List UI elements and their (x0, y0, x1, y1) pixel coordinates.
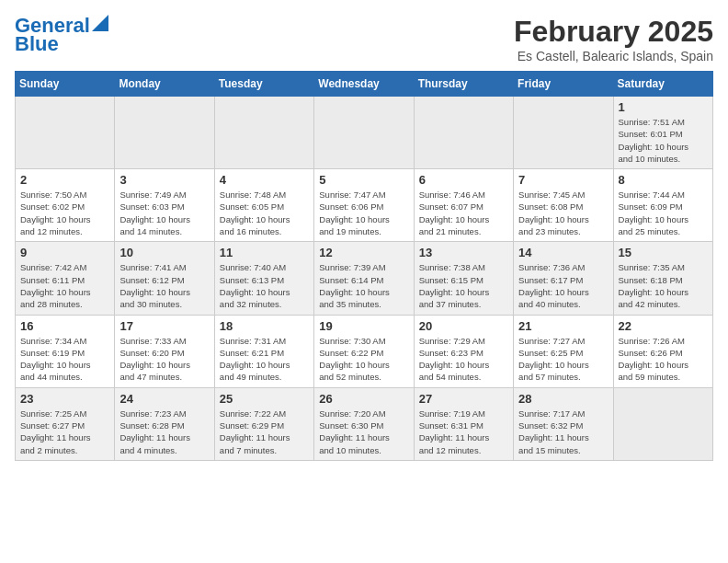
calendar-day-cell: 7Sunrise: 7:45 AM Sunset: 6:08 PM Daylig… (514, 169, 613, 242)
day-info: Sunrise: 7:25 AM Sunset: 6:27 PM Dayligh… (20, 408, 109, 456)
calendar-day-cell: 9Sunrise: 7:42 AM Sunset: 6:11 PM Daylig… (16, 242, 115, 315)
day-number: 2 (20, 173, 109, 187)
day-number: 7 (518, 173, 608, 187)
calendar-week-row: 16Sunrise: 7:34 AM Sunset: 6:19 PM Dayli… (16, 315, 713, 387)
calendar-day-cell: 1Sunrise: 7:51 AM Sunset: 6:01 PM Daylig… (613, 97, 712, 169)
day-info: Sunrise: 7:41 AM Sunset: 6:12 PM Dayligh… (119, 261, 209, 310)
day-number: 15 (619, 246, 708, 259)
calendar-day-cell: 22Sunrise: 7:26 AM Sunset: 6:26 PM Dayli… (613, 315, 712, 387)
day-number: 9 (20, 246, 109, 259)
calendar-day-cell: 4Sunrise: 7:48 AM Sunset: 6:05 PM Daylig… (214, 169, 313, 242)
calendar-day-cell (613, 387, 712, 460)
calendar-day-cell: 20Sunrise: 7:29 AM Sunset: 6:23 PM Dayli… (414, 315, 513, 387)
calendar-day-cell: 18Sunrise: 7:31 AM Sunset: 6:21 PM Dayli… (214, 315, 313, 387)
day-info: Sunrise: 7:51 AM Sunset: 6:01 PM Dayligh… (619, 116, 708, 165)
calendar-day-cell: 5Sunrise: 7:47 AM Sunset: 6:06 PM Daylig… (314, 169, 414, 242)
day-info: Sunrise: 7:20 AM Sunset: 6:30 PM Dayligh… (319, 408, 408, 456)
weekday-header-wednesday: Wednesday (314, 72, 414, 97)
calendar-day-cell: 21Sunrise: 7:27 AM Sunset: 6:25 PM Dayli… (514, 315, 613, 387)
calendar-day-cell (414, 97, 513, 169)
day-info: Sunrise: 7:45 AM Sunset: 6:08 PM Dayligh… (518, 189, 608, 237)
day-number: 28 (518, 392, 608, 406)
day-info: Sunrise: 7:27 AM Sunset: 6:25 PM Dayligh… (518, 335, 608, 384)
weekday-header-tuesday: Tuesday (214, 72, 313, 97)
weekday-header-thursday: Thursday (414, 72, 513, 97)
calendar-day-cell: 15Sunrise: 7:35 AM Sunset: 6:18 PM Dayli… (613, 242, 712, 315)
calendar-day-cell: 24Sunrise: 7:23 AM Sunset: 6:28 PM Dayli… (115, 387, 214, 460)
day-info: Sunrise: 7:35 AM Sunset: 6:18 PM Dayligh… (619, 261, 708, 310)
calendar-day-cell: 26Sunrise: 7:20 AM Sunset: 6:30 PM Dayli… (314, 387, 414, 460)
calendar-day-cell: 13Sunrise: 7:38 AM Sunset: 6:15 PM Dayli… (414, 242, 513, 315)
calendar-day-cell (514, 97, 613, 169)
day-info: Sunrise: 7:39 AM Sunset: 6:14 PM Dayligh… (319, 261, 408, 310)
day-number: 10 (119, 246, 209, 259)
day-number: 26 (319, 392, 408, 406)
title-block: February 2025 Es Castell, Balearic Islan… (514, 15, 713, 63)
weekday-header-row: SundayMondayTuesdayWednesdayThursdayFrid… (16, 72, 713, 97)
day-info: Sunrise: 7:31 AM Sunset: 6:21 PM Dayligh… (220, 335, 309, 384)
day-info: Sunrise: 7:49 AM Sunset: 6:03 PM Dayligh… (119, 189, 209, 237)
day-info: Sunrise: 7:29 AM Sunset: 6:23 PM Dayligh… (419, 335, 508, 384)
calendar-week-row: 23Sunrise: 7:25 AM Sunset: 6:27 PM Dayli… (16, 387, 713, 460)
weekday-header-saturday: Saturday (613, 72, 712, 97)
day-number: 8 (619, 173, 708, 187)
calendar-day-cell (16, 97, 115, 169)
day-info: Sunrise: 7:46 AM Sunset: 6:07 PM Dayligh… (419, 189, 508, 237)
day-info: Sunrise: 7:17 AM Sunset: 6:32 PM Dayligh… (518, 408, 608, 456)
day-info: Sunrise: 7:44 AM Sunset: 6:09 PM Dayligh… (619, 189, 708, 237)
calendar-table: SundayMondayTuesdayWednesdayThursdayFrid… (15, 71, 713, 461)
calendar-day-cell: 23Sunrise: 7:25 AM Sunset: 6:27 PM Dayli… (16, 387, 115, 460)
calendar-day-cell: 17Sunrise: 7:33 AM Sunset: 6:20 PM Dayli… (115, 315, 214, 387)
day-number: 6 (419, 173, 508, 187)
day-number: 13 (419, 246, 508, 259)
calendar-week-row: 1Sunrise: 7:51 AM Sunset: 6:01 PM Daylig… (16, 97, 713, 169)
day-number: 18 (220, 319, 309, 333)
calendar-day-cell: 16Sunrise: 7:34 AM Sunset: 6:19 PM Dayli… (16, 315, 115, 387)
day-info: Sunrise: 7:36 AM Sunset: 6:17 PM Dayligh… (518, 261, 608, 310)
day-number: 1 (619, 100, 708, 114)
calendar-day-cell (214, 97, 313, 169)
calendar-day-cell: 6Sunrise: 7:46 AM Sunset: 6:07 PM Daylig… (414, 169, 513, 242)
location-text: Es Castell, Balearic Islands, Spain (514, 49, 713, 63)
day-number: 4 (220, 173, 309, 187)
day-number: 21 (518, 319, 608, 333)
logo: General Blue (15, 15, 108, 55)
day-number: 3 (119, 173, 209, 187)
day-info: Sunrise: 7:23 AM Sunset: 6:28 PM Dayligh… (119, 408, 209, 456)
calendar-day-cell: 19Sunrise: 7:30 AM Sunset: 6:22 PM Dayli… (314, 315, 414, 387)
calendar-day-cell: 8Sunrise: 7:44 AM Sunset: 6:09 PM Daylig… (613, 169, 712, 242)
day-number: 23 (20, 392, 109, 406)
svg-marker-0 (92, 15, 108, 31)
weekday-header-friday: Friday (514, 72, 613, 97)
day-info: Sunrise: 7:48 AM Sunset: 6:05 PM Dayligh… (220, 189, 309, 237)
day-info: Sunrise: 7:33 AM Sunset: 6:20 PM Dayligh… (119, 335, 209, 384)
calendar-day-cell: 10Sunrise: 7:41 AM Sunset: 6:12 PM Dayli… (115, 242, 214, 315)
calendar-week-row: 9Sunrise: 7:42 AM Sunset: 6:11 PM Daylig… (16, 242, 713, 315)
day-info: Sunrise: 7:40 AM Sunset: 6:13 PM Dayligh… (220, 261, 309, 310)
calendar-week-row: 2Sunrise: 7:50 AM Sunset: 6:02 PM Daylig… (16, 169, 713, 242)
logo-arrow-icon (92, 15, 108, 31)
day-info: Sunrise: 7:19 AM Sunset: 6:31 PM Dayligh… (419, 408, 508, 456)
day-number: 19 (319, 319, 408, 333)
day-info: Sunrise: 7:47 AM Sunset: 6:06 PM Dayligh… (319, 189, 408, 237)
day-number: 22 (619, 319, 708, 333)
weekday-header-monday: Monday (115, 72, 214, 97)
day-number: 12 (319, 246, 408, 259)
calendar-day-cell: 12Sunrise: 7:39 AM Sunset: 6:14 PM Dayli… (314, 242, 414, 315)
calendar-day-cell: 25Sunrise: 7:22 AM Sunset: 6:29 PM Dayli… (214, 387, 313, 460)
day-number: 14 (518, 246, 608, 259)
day-info: Sunrise: 7:22 AM Sunset: 6:29 PM Dayligh… (220, 408, 309, 456)
day-number: 5 (319, 173, 408, 187)
calendar-day-cell: 2Sunrise: 7:50 AM Sunset: 6:02 PM Daylig… (16, 169, 115, 242)
page-header: General Blue February 2025 Es Castell, B… (15, 15, 713, 63)
day-number: 16 (20, 319, 109, 333)
weekday-header-sunday: Sunday (16, 72, 115, 97)
day-number: 25 (220, 392, 309, 406)
month-title: February 2025 (514, 15, 713, 49)
calendar-day-cell (314, 97, 414, 169)
day-number: 11 (220, 246, 309, 259)
calendar-day-cell (115, 97, 214, 169)
calendar-day-cell: 3Sunrise: 7:49 AM Sunset: 6:03 PM Daylig… (115, 169, 214, 242)
calendar-day-cell: 11Sunrise: 7:40 AM Sunset: 6:13 PM Dayli… (214, 242, 313, 315)
day-info: Sunrise: 7:26 AM Sunset: 6:26 PM Dayligh… (619, 335, 708, 384)
